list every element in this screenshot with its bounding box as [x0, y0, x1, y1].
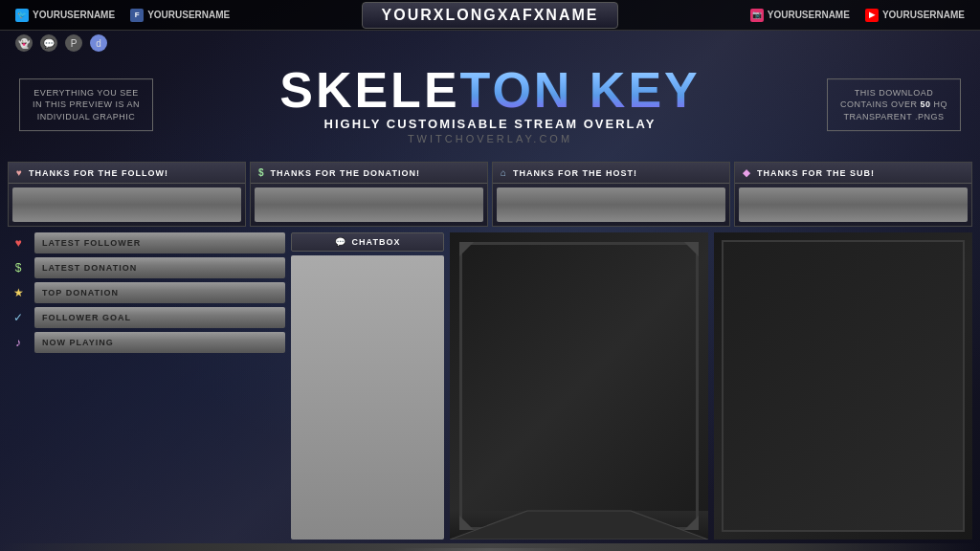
stat-row-follower-goal: ✓ FOLLOWER GOAL: [8, 307, 285, 328]
title-skeleton: SKELE: [279, 62, 459, 118]
stat-row-donation: $ LATEST DONATION: [8, 257, 285, 278]
discord-icon[interactable]: 💬: [40, 34, 57, 52]
chat-bubble-icon: 💬: [335, 237, 346, 247]
youtube-icon: ▶: [865, 9, 879, 22]
main-title: SKELETON KEY HIGHLY CUSTOMISABLE STREAM …: [279, 65, 701, 144]
alert-bar-sub: ◆ THANKS FOR THE SUB!: [734, 162, 972, 227]
heart-icon: ♥: [16, 167, 23, 178]
alert-sub-header: ◆ THANKS FOR THE SUB!: [735, 163, 971, 184]
channel-name: YOURxLONGxAFxNAME: [362, 2, 619, 29]
youtube-username: YOURUSERNAME: [882, 10, 965, 20]
stat-row-now-playing: ♪ NOW PLAYING: [8, 332, 285, 353]
now-playing-bar: NOW PLAYING: [34, 332, 285, 353]
bottom-bar: [0, 543, 980, 551]
alert-host-content: [497, 187, 725, 222]
alert-follow-header: ♥ THANKS FOR THE FOLLOW!: [9, 163, 245, 184]
instagram-username: YOURUSERNAME: [768, 10, 850, 20]
alert-follow-content: [12, 187, 241, 222]
discord2-icon[interactable]: d: [90, 34, 107, 52]
alert-bar-donation: $ THANKS FOR THE DONATION!: [250, 162, 488, 227]
latest-donation-text: LATEST DONATION: [42, 263, 137, 273]
instagram-icon: 📷: [750, 9, 764, 22]
top-donation-text: TOP DONATION: [42, 288, 119, 298]
chatbox-label: CHATBOX: [352, 237, 401, 247]
chatbox-panel: 💬 CHATBOX: [291, 232, 444, 540]
alert-bar-follow: ♥ THANKS FOR THE FOLLOW!: [8, 162, 246, 227]
title-ton-key: TON KEY: [460, 62, 701, 118]
left-info-text: EVERYTHING YOU SEE IN THIS PREVIEW IS AN…: [33, 88, 140, 121]
star-stat-icon: ★: [8, 282, 29, 303]
svg-marker-0: [450, 511, 708, 540]
social-icon-row: 👻 💬 P d: [0, 31, 980, 55]
latest-follower-bar: LATEST FOLLOWER: [34, 232, 285, 253]
highlight-number: 50: [920, 99, 930, 109]
alert-donation-content: [255, 187, 483, 222]
alert-sub-content: [739, 187, 968, 222]
video-window-1: [450, 232, 708, 540]
chatbox-body: [291, 255, 444, 540]
heart-stat-icon: ♥: [8, 232, 29, 253]
dollar-icon: $: [258, 167, 265, 178]
facebook-username: YOURUSERNAME: [147, 10, 230, 20]
url-text: TWITCHOVERLAY.COM: [279, 133, 701, 144]
follower-goal-bar: FOLLOWER GOAL: [34, 307, 285, 328]
twitter-username: YOURUSERNAME: [33, 10, 115, 20]
top-bar-right: 📷 YOURUSERNAME ▶ YOURUSERNAME: [750, 9, 965, 22]
top-donation-bar: TOP DONATION: [34, 282, 285, 303]
social-twitter[interactable]: 🐦 YOURUSERNAME: [15, 9, 115, 22]
alert-sub-label: THANKS FOR THE SUB!: [757, 168, 875, 178]
bottom-section: ♥ LATEST FOLLOWER $ LATEST DONATION ★ TO…: [0, 227, 980, 543]
latest-donation-bar: LATEST DONATION: [34, 257, 285, 278]
left-panel: ♥ LATEST FOLLOWER $ LATEST DONATION ★ TO…: [8, 232, 285, 540]
facebook-icon: f: [130, 9, 144, 22]
left-info-box: EVERYTHING YOU SEE IN THIS PREVIEW IS AN…: [19, 78, 153, 132]
top-bar: 🐦 YOURUSERNAME f YOURUSERNAME YOURxLONGx…: [0, 0, 980, 31]
alert-host-header: ⌂ THANKS FOR THE HOST!: [493, 163, 729, 184]
social-instagram[interactable]: 📷 YOURUSERNAME: [750, 9, 850, 22]
subtitle-text: HIGHLY CUSTOMISABLE STREAM OVERLAY: [279, 117, 701, 131]
check-stat-icon: ✓: [8, 307, 29, 328]
diamond-icon: ◆: [743, 167, 751, 178]
right-info-box: THIS DOWNLOADCONTAINS OVER 50 HQTRANSPAR…: [827, 78, 961, 132]
latest-follower-text: LATEST FOLLOWER: [42, 238, 141, 248]
social-youtube[interactable]: ▶ YOURUSERNAME: [865, 9, 965, 22]
follower-goal-text: FOLLOWER GOAL: [42, 313, 131, 322]
video-window-2: [714, 232, 972, 540]
skeleton-key-title: SKELETON KEY: [279, 65, 701, 115]
alert-donation-label: THANKS FOR THE DONATION!: [271, 168, 420, 178]
snapchat-icon[interactable]: 👻: [15, 34, 33, 52]
top-bar-left: 🐦 YOURUSERNAME f YOURUSERNAME: [15, 9, 230, 22]
music-stat-icon: ♪: [8, 332, 29, 353]
house-icon: ⌂: [501, 167, 507, 178]
twitter-icon: 🐦: [15, 9, 29, 22]
chatbox-header: 💬 CHATBOX: [291, 232, 444, 252]
alert-bars: ♥ THANKS FOR THE FOLLOW! $ THANKS FOR TH…: [0, 162, 980, 227]
stat-row-follower: ♥ LATEST FOLLOWER: [8, 232, 285, 253]
alert-bar-host: ⌂ THANKS FOR THE HOST!: [492, 162, 730, 227]
alert-host-label: THANKS FOR THE HOST!: [513, 168, 637, 178]
now-playing-text: NOW PLAYING: [42, 338, 114, 347]
alert-donation-header: $ THANKS FOR THE DONATION!: [251, 163, 487, 184]
right-panels: [450, 232, 972, 540]
paypal-icon[interactable]: P: [65, 34, 82, 52]
title-area: EVERYTHING YOU SEE IN THIS PREVIEW IS AN…: [0, 55, 980, 154]
alert-follow-label: THANKS FOR THE FOLLOW!: [29, 168, 168, 178]
stat-row-top-donation: ★ TOP DONATION: [8, 282, 285, 303]
right-info-text: THIS DOWNLOADCONTAINS OVER 50 HQTRANSPAR…: [840, 88, 947, 121]
social-facebook[interactable]: f YOURUSERNAME: [130, 9, 230, 22]
dollar-stat-icon: $: [8, 257, 29, 278]
